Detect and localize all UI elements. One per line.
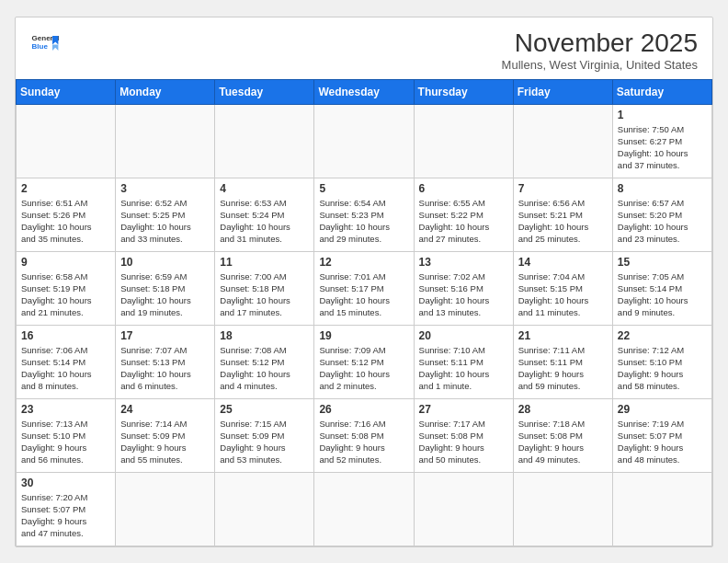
svg-marker-2: [52, 36, 58, 45]
header-tuesday: Tuesday: [215, 79, 314, 104]
day-info-2: Sunrise: 6:51 AM Sunset: 5:26 PM Dayligh…: [21, 197, 110, 246]
day-info-26: Sunrise: 7:16 AM Sunset: 5:08 PM Dayligh…: [319, 418, 408, 466]
day-cell-3-3: 19Sunrise: 7:09 AM Sunset: 5:12 PM Dayli…: [314, 325, 414, 398]
day-number-23: 23: [21, 403, 110, 416]
title-area: November 2025 Mullens, West Virginia, Un…: [502, 29, 698, 72]
day-cell-0-0: [17, 104, 116, 178]
day-info-12: Sunrise: 7:01 AM Sunset: 5:17 PM Dayligh…: [319, 270, 408, 319]
week-row-1: 1Sunrise: 7:50 AM Sunset: 6:27 PM Daylig…: [17, 104, 712, 178]
day-cell-4-2: 25Sunrise: 7:15 AM Sunset: 5:09 PM Dayli…: [215, 398, 314, 472]
day-cell-3-4: 20Sunrise: 7:10 AM Sunset: 5:11 PM Dayli…: [414, 325, 513, 398]
day-info-14: Sunrise: 7:04 AM Sunset: 5:15 PM Dayligh…: [518, 270, 608, 319]
day-cell-5-4: [414, 472, 513, 546]
day-cell-4-6: 29Sunrise: 7:19 AM Sunset: 5:07 PM Dayli…: [612, 398, 711, 472]
day-info-10: Sunrise: 6:59 AM Sunset: 5:18 PM Dayligh…: [120, 270, 210, 319]
day-info-30: Sunrise: 7:20 AM Sunset: 5:07 PM Dayligh…: [21, 491, 110, 540]
day-number-4: 4: [220, 182, 309, 195]
day-cell-3-2: 18Sunrise: 7:08 AM Sunset: 5:12 PM Dayli…: [215, 325, 314, 398]
day-number-28: 28: [518, 403, 608, 416]
day-cell-4-5: 28Sunrise: 7:18 AM Sunset: 5:08 PM Dayli…: [513, 398, 612, 472]
day-cell-2-3: 12Sunrise: 7:01 AM Sunset: 5:17 PM Dayli…: [314, 251, 414, 325]
day-number-8: 8: [618, 182, 707, 195]
day-cell-3-1: 17Sunrise: 7:07 AM Sunset: 5:13 PM Dayli…: [116, 325, 215, 398]
header-monday: Monday: [116, 79, 215, 104]
day-info-11: Sunrise: 7:00 AM Sunset: 5:18 PM Dayligh…: [220, 270, 309, 319]
header-thursday: Thursday: [414, 79, 513, 104]
day-number-17: 17: [120, 329, 210, 342]
week-row-6: 30Sunrise: 7:20 AM Sunset: 5:07 PM Dayli…: [17, 472, 712, 546]
header-sunday: Sunday: [17, 79, 116, 104]
day-info-22: Sunrise: 7:12 AM Sunset: 5:10 PM Dayligh…: [618, 344, 707, 393]
day-cell-2-5: 14Sunrise: 7:04 AM Sunset: 5:15 PM Dayli…: [513, 251, 612, 325]
day-info-6: Sunrise: 6:55 AM Sunset: 5:22 PM Dayligh…: [419, 197, 508, 246]
day-cell-0-6: 1Sunrise: 7:50 AM Sunset: 6:27 PM Daylig…: [612, 104, 711, 178]
day-cell-1-2: 4Sunrise: 6:53 AM Sunset: 5:24 PM Daylig…: [215, 178, 314, 251]
day-cell-4-1: 24Sunrise: 7:14 AM Sunset: 5:09 PM Dayli…: [116, 398, 215, 472]
day-number-30: 30: [21, 477, 110, 489]
day-number-24: 24: [120, 403, 210, 416]
day-info-3: Sunrise: 6:52 AM Sunset: 5:25 PM Dayligh…: [120, 197, 210, 246]
day-number-29: 29: [618, 403, 707, 416]
calendar-container: General Blue November 2025 Mullens, West…: [15, 17, 713, 547]
weekday-header-row: Sunday Monday Tuesday Wednesday Thursday…: [17, 79, 712, 104]
day-info-18: Sunrise: 7:08 AM Sunset: 5:12 PM Dayligh…: [220, 344, 309, 393]
day-number-14: 14: [518, 256, 608, 269]
day-info-1: Sunrise: 7:50 AM Sunset: 6:27 PM Dayligh…: [618, 123, 707, 172]
week-row-3: 9Sunrise: 6:58 AM Sunset: 5:19 PM Daylig…: [17, 251, 712, 325]
day-cell-1-3: 5Sunrise: 6:54 AM Sunset: 5:23 PM Daylig…: [314, 178, 414, 251]
svg-text:Blue: Blue: [32, 42, 49, 51]
day-number-12: 12: [319, 256, 408, 269]
day-cell-2-4: 13Sunrise: 7:02 AM Sunset: 5:16 PM Dayli…: [414, 251, 513, 325]
svg-marker-3: [52, 44, 58, 50]
day-number-26: 26: [319, 403, 408, 416]
week-row-2: 2Sunrise: 6:51 AM Sunset: 5:26 PM Daylig…: [17, 178, 712, 251]
day-cell-1-1: 3Sunrise: 6:52 AM Sunset: 5:25 PM Daylig…: [116, 178, 215, 251]
day-cell-2-2: 11Sunrise: 7:00 AM Sunset: 5:18 PM Dayli…: [215, 251, 314, 325]
day-cell-3-0: 16Sunrise: 7:06 AM Sunset: 5:14 PM Dayli…: [17, 325, 116, 398]
day-info-20: Sunrise: 7:10 AM Sunset: 5:11 PM Dayligh…: [419, 344, 508, 393]
calendar-header: General Blue November 2025 Mullens, West…: [16, 17, 712, 79]
day-cell-5-3: [314, 472, 414, 546]
day-info-29: Sunrise: 7:19 AM Sunset: 5:07 PM Dayligh…: [618, 418, 707, 466]
day-number-21: 21: [518, 329, 608, 342]
day-info-7: Sunrise: 6:56 AM Sunset: 5:21 PM Dayligh…: [518, 197, 608, 246]
day-number-13: 13: [419, 256, 508, 269]
day-cell-1-5: 7Sunrise: 6:56 AM Sunset: 5:21 PM Daylig…: [513, 178, 612, 251]
day-number-6: 6: [419, 182, 508, 195]
day-number-1: 1: [618, 109, 707, 121]
day-cell-0-2: [215, 104, 314, 178]
calendar-table: Sunday Monday Tuesday Wednesday Thursday…: [16, 79, 712, 546]
day-number-22: 22: [618, 329, 707, 342]
day-info-21: Sunrise: 7:11 AM Sunset: 5:11 PM Dayligh…: [518, 344, 608, 393]
day-cell-5-2: [215, 472, 314, 546]
day-info-25: Sunrise: 7:15 AM Sunset: 5:09 PM Dayligh…: [220, 418, 309, 466]
day-cell-1-0: 2Sunrise: 6:51 AM Sunset: 5:26 PM Daylig…: [17, 178, 116, 251]
day-number-9: 9: [21, 256, 110, 269]
day-info-8: Sunrise: 6:57 AM Sunset: 5:20 PM Dayligh…: [618, 197, 707, 246]
day-info-17: Sunrise: 7:07 AM Sunset: 5:13 PM Dayligh…: [120, 344, 210, 393]
day-cell-4-4: 27Sunrise: 7:17 AM Sunset: 5:08 PM Dayli…: [414, 398, 513, 472]
day-cell-2-1: 10Sunrise: 6:59 AM Sunset: 5:18 PM Dayli…: [116, 251, 215, 325]
day-cell-1-4: 6Sunrise: 6:55 AM Sunset: 5:22 PM Daylig…: [414, 178, 513, 251]
day-info-19: Sunrise: 7:09 AM Sunset: 5:12 PM Dayligh…: [319, 344, 408, 393]
day-cell-5-5: [513, 472, 612, 546]
day-cell-0-3: [314, 104, 414, 178]
header-friday: Friday: [513, 79, 612, 104]
day-number-2: 2: [21, 182, 110, 195]
day-cell-3-5: 21Sunrise: 7:11 AM Sunset: 5:11 PM Dayli…: [513, 325, 612, 398]
day-number-19: 19: [319, 329, 408, 342]
week-row-5: 23Sunrise: 7:13 AM Sunset: 5:10 PM Dayli…: [17, 398, 712, 472]
day-info-24: Sunrise: 7:14 AM Sunset: 5:09 PM Dayligh…: [120, 418, 210, 466]
day-cell-1-6: 8Sunrise: 6:57 AM Sunset: 5:20 PM Daylig…: [612, 178, 711, 251]
day-number-16: 16: [21, 329, 110, 342]
day-cell-4-0: 23Sunrise: 7:13 AM Sunset: 5:10 PM Dayli…: [17, 398, 116, 472]
location-subtitle: Mullens, West Virginia, United States: [502, 58, 698, 72]
day-number-11: 11: [220, 256, 309, 269]
day-info-23: Sunrise: 7:13 AM Sunset: 5:10 PM Dayligh…: [21, 418, 110, 466]
day-cell-5-0: 30Sunrise: 7:20 AM Sunset: 5:07 PM Dayli…: [17, 472, 116, 546]
day-info-16: Sunrise: 7:06 AM Sunset: 5:14 PM Dayligh…: [21, 344, 110, 393]
day-cell-3-6: 22Sunrise: 7:12 AM Sunset: 5:10 PM Dayli…: [612, 325, 711, 398]
day-info-28: Sunrise: 7:18 AM Sunset: 5:08 PM Dayligh…: [518, 418, 608, 466]
day-info-15: Sunrise: 7:05 AM Sunset: 5:14 PM Dayligh…: [618, 270, 707, 319]
day-number-20: 20: [419, 329, 508, 342]
